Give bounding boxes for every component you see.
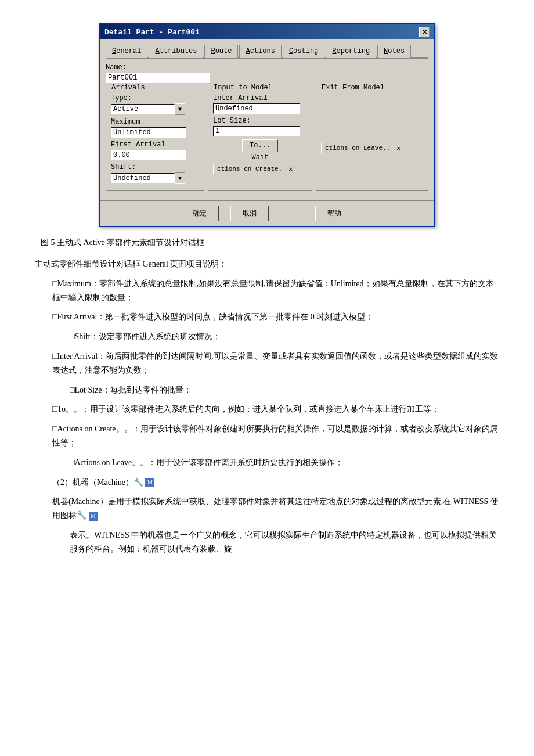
actions-leave-row: ctions on Leave.. ✕ — [321, 143, 423, 153]
type-label: Type: — [111, 94, 199, 102]
name-section: Name: — [106, 63, 428, 83]
shift-dropdown-btn[interactable]: ▼ — [175, 172, 185, 184]
tab-attributes[interactable]: Attributes — [149, 45, 203, 58]
first-arrival-input[interactable] — [111, 150, 186, 160]
type-dropdown-btn[interactable]: ▼ — [175, 103, 185, 115]
exit-model-title: Exit From Model — [320, 84, 386, 92]
help-button[interactable]: 帮助 — [315, 206, 353, 221]
shift-input[interactable] — [111, 173, 175, 183]
machine-icon: M — [145, 478, 154, 487]
arrivals-content: Type: ▼ Maximum First Arrival — [111, 94, 199, 184]
actions-leave-label: ctions on Leave.. — [325, 145, 390, 152]
actions-create-label: ctions on Create. — [217, 165, 282, 172]
para-to: □To。。：用于设计该零部件进入系统后的去向，例如：进入某个队列，或直接进入某个… — [35, 402, 499, 416]
para-machine-desc1: 机器(Machine）是用于模拟实际系统中获取、处理零部件对象并将其送往特定地点… — [35, 495, 499, 523]
para-actions-create: □Actions on Create。。：用于设计该零部件对象创建时所要执行的相… — [35, 422, 499, 450]
input-model-title: Input to Model — [212, 84, 274, 92]
tab-reporting[interactable]: Reporting — [326, 45, 376, 58]
shift-label: Shift: — [111, 163, 199, 171]
first-arrival-field: First Arrival — [111, 141, 199, 160]
para-lot-size: □Lot Size：每批到达零件的批量； — [35, 383, 499, 397]
description-title: 主动式零部件细节设计对话框 General 页面项目说明： — [35, 257, 499, 271]
inter-arrival-label: Inter Arrival — [213, 94, 307, 102]
shift-dropdown: ▼ — [111, 172, 199, 184]
inter-arrival-field: Inter Arrival — [213, 94, 307, 114]
cancel-button[interactable]: 取消 — [230, 206, 269, 221]
ok-button[interactable]: 确定 — [181, 206, 219, 221]
type-input[interactable] — [111, 104, 175, 114]
dialog-titlebar: Detail Part - Part001 ✕ — [100, 24, 434, 39]
lot-size-input[interactable] — [213, 126, 300, 136]
name-input[interactable] — [106, 73, 210, 83]
input-model-section: Input to Model Inter Arrival Lot Size: T… — [208, 88, 312, 191]
wait-label: Wait — [213, 153, 307, 161]
dialog-title: Detail Part - Part001 — [104, 28, 200, 37]
buttons-row: 确定 取消 帮助 — [100, 200, 434, 226]
para-inter-arrival: □Inter Arrival：前后两批零件的到达间隔时间,可以是常量、变量或者具… — [35, 350, 499, 377]
detail-part-dialog: Detail Part - Part001 ✕ General Attribut… — [99, 23, 435, 227]
type-dropdown: ▼ — [111, 103, 199, 115]
type-field: Type: ▼ — [111, 94, 199, 115]
to-button[interactable]: To... — [242, 139, 278, 152]
arrivals-section: Arrivals Type: ▼ Maximum — [106, 88, 204, 191]
lot-size-label: Lot Size: — [213, 117, 307, 125]
sections-row: Arrivals Type: ▼ Maximum — [106, 88, 428, 191]
para-shift: □Shift：设定零部件进入系统的班次情况； — [35, 330, 499, 344]
actions-leave-x[interactable]: ✕ — [396, 144, 400, 153]
tab-notes[interactable]: Notes — [377, 45, 411, 58]
tab-actions[interactable]: Actions — [239, 45, 281, 58]
actions-create-button[interactable]: ctions on Create. — [213, 164, 286, 174]
tab-bar: General Attributes Route Actions Costing… — [106, 44, 428, 59]
tab-route[interactable]: Route — [204, 45, 238, 58]
first-arrival-label: First Arrival — [111, 141, 199, 149]
exit-model-content: ctions on Leave.. ✕ — [321, 94, 423, 153]
dialog-body: General Attributes Route Actions Costing… — [100, 39, 434, 200]
actions-create-x[interactable]: ✕ — [288, 165, 293, 174]
para-machine-heading: （2）机器（Machine）🔧 M — [35, 476, 499, 489]
para-first-arrival: □First Arrival：第一批零件进入模型的时间点，缺省情况下第一批零件在… — [35, 310, 499, 324]
tab-general[interactable]: General — [106, 45, 147, 58]
maximum-field: Maximum — [111, 118, 199, 138]
input-model-content: Inter Arrival Lot Size: To... Wait ction… — [213, 94, 307, 174]
arrivals-title: Arrivals — [110, 84, 147, 92]
tab-costing[interactable]: Costing — [283, 45, 324, 58]
exit-model-section: Exit From Model ctions on Leave.. ✕ — [316, 88, 428, 191]
para-actions-leave: □Actions on Leave。。：用于设计该零部件离开系统时所要执行的相关… — [35, 456, 499, 470]
shift-field: Shift: ▼ — [111, 163, 199, 184]
name-label: Name: — [106, 63, 428, 71]
figure-caption: 图 5 主动式 Active 零部件元素细节设计对话框 — [35, 237, 499, 248]
actions-create-row: ctions on Create. ✕ — [213, 164, 307, 174]
inter-arrival-input[interactable] — [213, 103, 300, 114]
para-machine-desc2: 表示。WITNESS 中的机器也是一个广义的概念，它可以模拟实际生产制造系统中的… — [35, 528, 499, 556]
maximum-label: Maximum — [111, 118, 199, 126]
close-button[interactable]: ✕ — [419, 27, 430, 37]
para-maximum: □Maximum：零部件进入系统的总量限制,如果没有总量限制,请保留为缺省值：U… — [35, 277, 499, 305]
machine-icon-2: M — [89, 512, 98, 521]
actions-leave-button[interactable]: ctions on Leave.. — [321, 143, 394, 153]
maximum-input[interactable] — [111, 127, 186, 138]
lot-size-field: Lot Size: — [213, 117, 307, 136]
dialog-wrapper: Detail Part - Part001 ✕ General Attribut… — [35, 23, 499, 227]
